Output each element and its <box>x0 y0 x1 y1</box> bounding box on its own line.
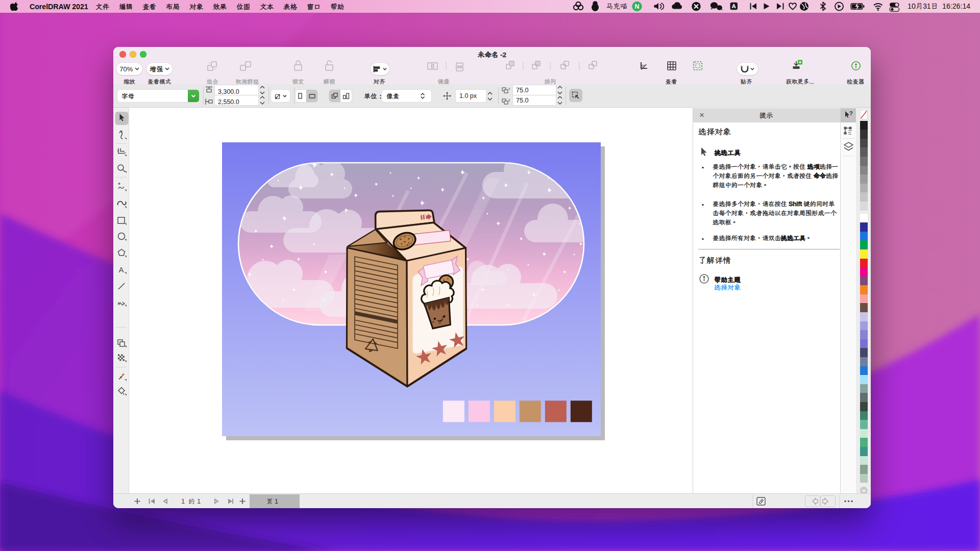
svg-text:1: 1 <box>181 497 185 505</box>
svg-text:16:26:14: 16:26:14 <box>942 2 970 10</box>
svg-text:?: ? <box>849 110 853 116</box>
svg-text:10月31日: 10月31日 <box>908 2 938 10</box>
svg-text:y: y <box>508 98 510 102</box>
svg-text:A: A <box>732 3 736 9</box>
svg-text:马克喵: 马克喵 <box>606 2 627 10</box>
svg-text:A: A <box>119 265 124 274</box>
svg-text:1: 1 <box>197 497 201 505</box>
svg-text:页 1: 页 1 <box>266 498 278 505</box>
svg-text:x: x <box>508 87 510 90</box>
svg-text:N: N <box>635 3 640 10</box>
svg-text:的: 的 <box>188 498 195 505</box>
